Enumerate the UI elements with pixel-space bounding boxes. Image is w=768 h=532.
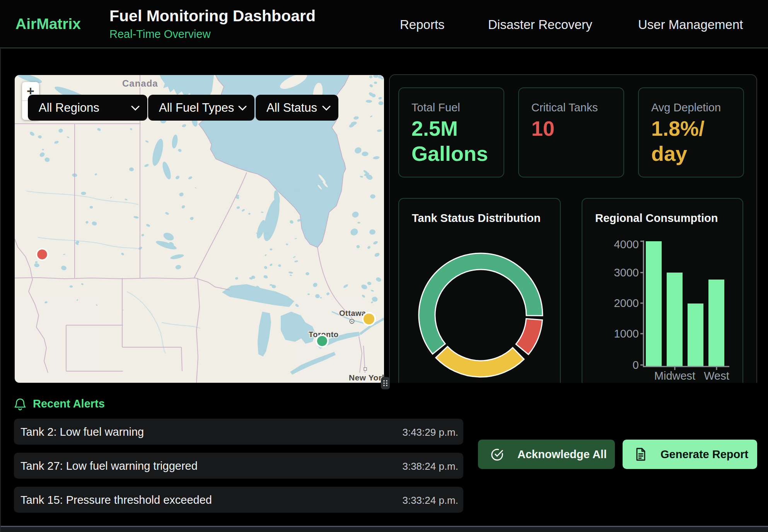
svg-text:0: 0 xyxy=(633,359,639,371)
svg-text:Midwest: Midwest xyxy=(654,370,695,382)
svg-text:West: West xyxy=(704,370,729,382)
svg-text:1000: 1000 xyxy=(614,327,639,340)
svg-text:3000: 3000 xyxy=(614,266,639,279)
svg-text:Ottawa: Ottawa xyxy=(339,309,366,317)
svg-text:Canada: Canada xyxy=(122,78,158,89)
svg-text:New York: New York xyxy=(349,373,384,382)
svg-text:2000: 2000 xyxy=(614,297,639,309)
svg-text:4000: 4000 xyxy=(614,238,639,251)
